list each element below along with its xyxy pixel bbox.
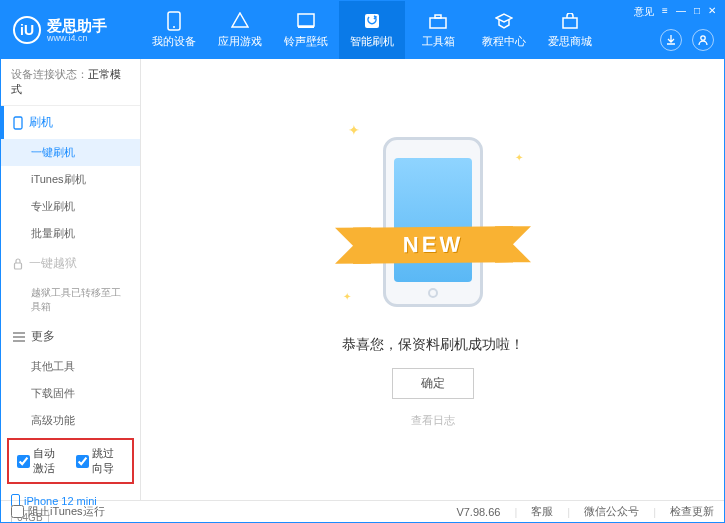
nav-label: 应用游戏 [218, 34, 262, 49]
checkbox-label: 阻止iTunes运行 [28, 504, 105, 519]
nav-label: 爱思商城 [548, 34, 592, 49]
download-icon[interactable] [660, 29, 682, 51]
sidebar-item-itunes[interactable]: iTunes刷机 [1, 166, 140, 193]
separator: | [653, 506, 656, 518]
window-controls: 意见 ≡ — □ ✕ [634, 5, 716, 19]
main-nav: 我的设备 应用游戏 铃声壁纸 智能刷机 工具箱 教程中心 爱思商城 [141, 1, 603, 59]
sparkle-icon: ✦ [348, 122, 360, 138]
logo-icon: iU [13, 16, 41, 44]
nav-label: 我的设备 [152, 34, 196, 49]
user-icon[interactable] [692, 29, 714, 51]
checkbox-auto-activate[interactable]: 自动激活 [17, 446, 66, 476]
nav-label: 铃声壁纸 [284, 34, 328, 49]
svg-rect-3 [298, 26, 314, 28]
menu-icon[interactable]: ≡ [662, 5, 668, 19]
nav-tutorials[interactable]: 教程中心 [471, 1, 537, 59]
app-header: iU 爱思助手 www.i4.cn 我的设备 应用游戏 铃声壁纸 智能刷机 工具… [1, 1, 724, 59]
options-box: 自动激活 跳过向导 [7, 438, 134, 484]
checkbox-label: 自动激活 [33, 446, 66, 476]
jailbreak-note: 越狱工具已转移至工具箱 [1, 280, 140, 320]
tutorial-icon [494, 11, 514, 31]
nav-ringtones[interactable]: 铃声壁纸 [273, 1, 339, 59]
new-text: NEW [402, 231, 462, 258]
apps-icon [230, 11, 250, 31]
svg-rect-4 [365, 14, 379, 28]
sidebar-item-batch[interactable]: 批量刷机 [1, 220, 140, 247]
new-ribbon: NEW [353, 226, 513, 263]
nav-store[interactable]: 爱思商城 [537, 1, 603, 59]
section-label: 更多 [31, 328, 55, 345]
store-icon [560, 11, 580, 31]
wallpaper-icon [296, 11, 316, 31]
sidebar: 设备连接状态：正常模式 刷机 一键刷机 iTunes刷机 专业刷机 批量刷机 一… [1, 59, 141, 500]
header-actions [660, 29, 714, 51]
sidebar-section-flash[interactable]: 刷机 [1, 106, 140, 139]
toolbox-icon [428, 11, 448, 31]
svg-rect-6 [435, 15, 441, 18]
nav-toolbox[interactable]: 工具箱 [405, 1, 471, 59]
update-link[interactable]: 检查更新 [670, 504, 714, 519]
conn-label: 设备连接状态： [11, 68, 88, 80]
svg-rect-5 [430, 18, 446, 28]
sidebar-item-advanced[interactable]: 高级功能 [1, 407, 140, 434]
nav-label: 工具箱 [422, 34, 455, 49]
sidebar-item-other[interactable]: 其他工具 [1, 353, 140, 380]
block-itunes-checkbox[interactable]: 阻止iTunes运行 [11, 504, 105, 519]
svg-point-1 [173, 26, 175, 28]
separator: | [514, 506, 517, 518]
sparkle-icon: ✦ [343, 291, 351, 302]
ok-button[interactable]: 确定 [392, 368, 474, 399]
maximize-icon[interactable]: □ [694, 5, 700, 19]
section-label: 刷机 [29, 114, 53, 131]
main-content: ✦ ✦ ✦ NEW 恭喜您，保资料刷机成功啦！ 确定 查看日志 [141, 59, 724, 500]
sidebar-item-pro[interactable]: 专业刷机 [1, 193, 140, 220]
app-name: 爱思助手 [47, 18, 107, 33]
svg-rect-9 [14, 117, 22, 129]
close-icon[interactable]: ✕ [708, 5, 716, 19]
nav-label: 教程中心 [482, 34, 526, 49]
sidebar-section-jailbreak: 一键越狱 [1, 247, 140, 280]
separator: | [567, 506, 570, 518]
nav-apps[interactable]: 应用游戏 [207, 1, 273, 59]
wechat-link[interactable]: 微信公众号 [584, 504, 639, 519]
logo: iU 爱思助手 www.i4.cn [1, 16, 141, 44]
nav-flash[interactable]: 智能刷机 [339, 1, 405, 59]
version-label: V7.98.66 [456, 506, 500, 518]
minimize-icon[interactable]: — [676, 5, 686, 19]
checkbox-label: 跳过向导 [92, 446, 125, 476]
svg-point-8 [701, 36, 705, 40]
svg-rect-2 [298, 14, 314, 26]
sparkle-icon: ✦ [515, 152, 523, 163]
view-log-link[interactable]: 查看日志 [411, 413, 455, 428]
phone-illustration: ✦ ✦ ✦ NEW [373, 132, 493, 312]
sidebar-item-oneclick[interactable]: 一键刷机 [1, 139, 140, 166]
flash-icon [362, 11, 382, 31]
menu-lines-icon [13, 332, 25, 342]
nav-label: 智能刷机 [350, 34, 394, 49]
support-link[interactable]: 客服 [531, 504, 553, 519]
section-label: 一键越狱 [29, 255, 77, 272]
sidebar-section-more[interactable]: 更多 [1, 320, 140, 353]
app-url: www.i4.cn [47, 33, 107, 43]
svg-rect-7 [563, 18, 577, 28]
svg-rect-10 [15, 263, 22, 269]
nav-my-device[interactable]: 我的设备 [141, 1, 207, 59]
lock-icon [13, 258, 23, 270]
checkbox-skip-guide[interactable]: 跳过向导 [76, 446, 125, 476]
success-message: 恭喜您，保资料刷机成功啦！ [342, 336, 524, 354]
feedback-link[interactable]: 意见 [634, 5, 654, 19]
phone-small-icon [13, 116, 23, 130]
sidebar-item-download[interactable]: 下载固件 [1, 380, 140, 407]
connection-status: 设备连接状态：正常模式 [1, 59, 140, 106]
phone-icon [164, 11, 184, 31]
